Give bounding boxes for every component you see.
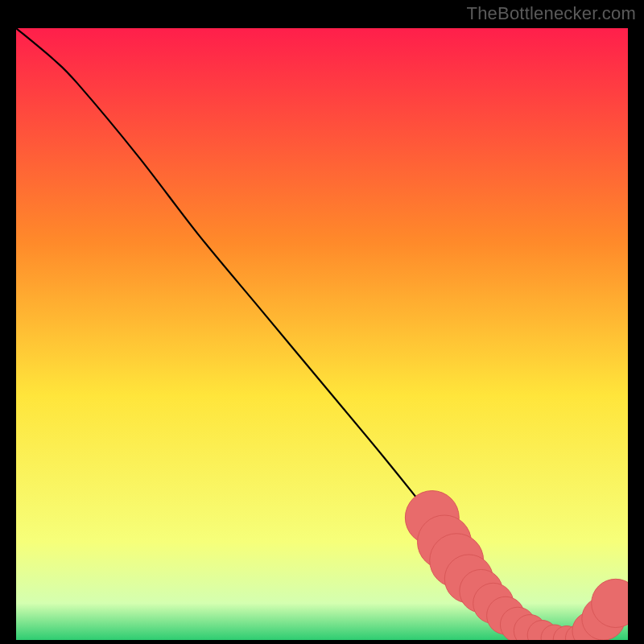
plot-svg [16, 28, 628, 640]
attribution-label: TheBottlenecker.com [467, 3, 636, 24]
chart-frame: TheBottlenecker.com [0, 0, 644, 644]
plot-area [16, 28, 628, 640]
